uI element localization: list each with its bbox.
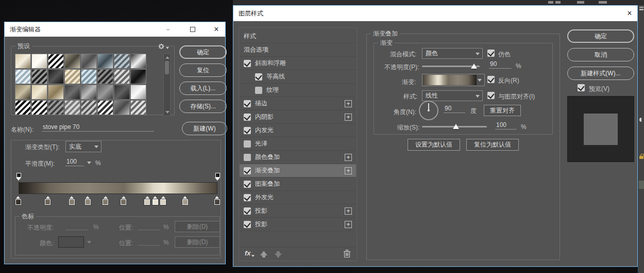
checked-checkbox[interactable] xyxy=(244,60,251,67)
gradient-preset-swatch[interactable] xyxy=(114,100,130,115)
save-button[interactable]: 存储(S)... xyxy=(179,100,227,113)
delete-opacity-stop-button[interactable]: 删除(D) xyxy=(175,221,220,232)
checked-checkbox[interactable] xyxy=(244,114,251,121)
color-stop[interactable] xyxy=(182,196,188,205)
unchecked-checkbox[interactable] xyxy=(244,140,251,148)
gradient-preset-swatch[interactable] xyxy=(48,85,64,100)
opacity-stop[interactable] xyxy=(16,173,22,181)
reverse-checkbox[interactable] xyxy=(487,76,495,83)
checked-checkbox[interactable] xyxy=(244,100,251,107)
scrollbar-thumb[interactable] xyxy=(165,61,169,74)
style-list-item-内阴影-6[interactable]: 内阴影+ xyxy=(240,110,356,124)
color-stop[interactable] xyxy=(152,196,158,205)
color-stop[interactable] xyxy=(69,196,75,205)
color-stop[interactable] xyxy=(121,196,126,205)
gear-icon[interactable] xyxy=(158,43,165,50)
gradient-preset-swatch[interactable] xyxy=(31,54,47,69)
gradient-preset-swatch[interactable] xyxy=(48,54,64,69)
checked-checkbox[interactable] xyxy=(244,221,251,228)
angle-dial[interactable] xyxy=(419,101,438,120)
style-list-item-图案叠加-11[interactable]: 图案叠加 xyxy=(240,178,356,191)
gradient-preset-swatch[interactable] xyxy=(97,100,113,115)
style-dropdown[interactable]: 线性 xyxy=(422,90,483,101)
gradient-preset-swatch[interactable] xyxy=(48,100,64,115)
style-list-item-投影-14[interactable]: 投影+ xyxy=(240,218,356,231)
gradient-preset-swatch[interactable] xyxy=(114,69,130,84)
scroll-down-icon[interactable] xyxy=(165,111,170,114)
maximize-button[interactable] xyxy=(184,22,201,36)
close-button[interactable]: × xyxy=(621,6,638,20)
gradient-type-dropdown[interactable]: 实底 xyxy=(65,141,101,152)
style-list-item-等高线-3[interactable]: 等高线 xyxy=(240,70,356,84)
move-down-icon[interactable] xyxy=(275,253,282,258)
gradient-preset-swatch[interactable] xyxy=(97,69,113,84)
gradient-preset-swatch[interactable] xyxy=(64,54,80,69)
gradient-preset-swatch[interactable] xyxy=(130,54,146,69)
add-effect-icon[interactable]: + xyxy=(345,154,352,161)
add-effect-icon[interactable]: + xyxy=(345,100,352,107)
load-button[interactable]: 载入(L)... xyxy=(179,82,227,95)
gradient-preset-swatch[interactable] xyxy=(81,85,97,100)
opacity-input[interactable]: 90 xyxy=(489,60,512,69)
new-button[interactable]: 新建(W) xyxy=(182,122,227,135)
smoothness-input[interactable]: 100 xyxy=(65,158,84,166)
gradient-preset-swatch[interactable] xyxy=(130,69,146,84)
checked-checkbox[interactable] xyxy=(244,167,251,174)
gradient-preset-swatch[interactable] xyxy=(64,100,80,115)
opacity-slider[interactable] xyxy=(422,66,480,67)
layer-style-titlebar[interactable]: 图层样式 × xyxy=(233,6,637,21)
blend-mode-dropdown[interactable]: 颜色 xyxy=(422,48,483,59)
color-stop[interactable] xyxy=(103,196,108,205)
angle-input[interactable]: 90 xyxy=(444,105,465,113)
ok-button[interactable]: 确定 xyxy=(179,45,227,59)
align-layer-checkbox[interactable] xyxy=(487,92,495,99)
style-list-item-斜面和浮雕-2[interactable]: 斜面和浮雕 xyxy=(240,57,356,70)
style-list-item-纹理-4[interactable]: 纹理 xyxy=(240,84,356,97)
minimize-button[interactable]: – xyxy=(159,22,177,36)
dither-checkbox[interactable] xyxy=(487,50,495,57)
style-list-item-样式-0[interactable]: 样式 xyxy=(240,30,356,43)
gradient-preset-swatch[interactable] xyxy=(64,85,80,100)
gradient-preset-swatch[interactable] xyxy=(31,100,47,115)
gradient-preset-swatch[interactable] xyxy=(130,85,146,100)
new-style-button[interactable]: 新建样式(W)... xyxy=(567,67,634,80)
add-effect-icon[interactable]: + xyxy=(345,221,352,228)
trash-icon[interactable] xyxy=(343,249,351,258)
scale-slider-thumb[interactable] xyxy=(453,124,459,129)
unchecked-checkbox[interactable] xyxy=(244,154,251,161)
gradient-preset-swatch[interactable] xyxy=(81,100,97,115)
make-default-button[interactable]: 设置为默认值 xyxy=(408,139,460,151)
style-list-item-颜色叠加-9[interactable]: 颜色叠加+ xyxy=(240,151,356,164)
unchecked-checkbox[interactable] xyxy=(255,87,262,94)
color-stop[interactable] xyxy=(144,196,150,205)
chevron-down-icon[interactable] xyxy=(87,162,91,164)
gradient-preview-dropdown[interactable] xyxy=(422,74,485,86)
color-stop[interactable] xyxy=(160,196,166,205)
stop-location-input[interactable] xyxy=(138,222,160,230)
gradient-preset-swatch[interactable] xyxy=(15,85,31,100)
move-up-icon[interactable] xyxy=(260,251,267,255)
style-list-item-外发光-12[interactable]: 外发光 xyxy=(240,191,356,204)
style-list-item-投影-13[interactable]: 投影+ xyxy=(240,204,356,218)
name-input[interactable]: stove pipe 70 xyxy=(42,123,154,132)
reset-button[interactable]: 复位 xyxy=(179,63,227,77)
scale-slider[interactable] xyxy=(422,126,487,127)
scale-input[interactable]: 100 xyxy=(495,121,517,130)
scroll-up-icon[interactable] xyxy=(165,56,170,59)
color-stop[interactable] xyxy=(45,196,50,205)
gradient-preset-swatch[interactable] xyxy=(114,85,130,100)
gradient-preset-swatch[interactable] xyxy=(81,69,97,84)
gradient-preset-swatch[interactable] xyxy=(130,100,146,115)
preview-checkbox[interactable] xyxy=(578,84,585,91)
opacity-stop[interactable] xyxy=(215,173,221,181)
gradient-preset-swatch[interactable] xyxy=(114,54,130,69)
gradient-preset-swatch[interactable] xyxy=(48,69,64,84)
gradient-preset-swatch[interactable] xyxy=(97,54,113,69)
close-button[interactable]: × xyxy=(208,22,225,36)
fx-menu-icon[interactable]: fx xyxy=(245,249,251,257)
gradient-preset-swatch[interactable] xyxy=(15,69,31,84)
stop-color-location-input[interactable] xyxy=(138,237,160,246)
color-picker-arrow-icon[interactable] xyxy=(87,241,91,244)
opacity-slider-thumb[interactable] xyxy=(471,63,477,69)
presets-scrollbar[interactable] xyxy=(163,54,171,116)
